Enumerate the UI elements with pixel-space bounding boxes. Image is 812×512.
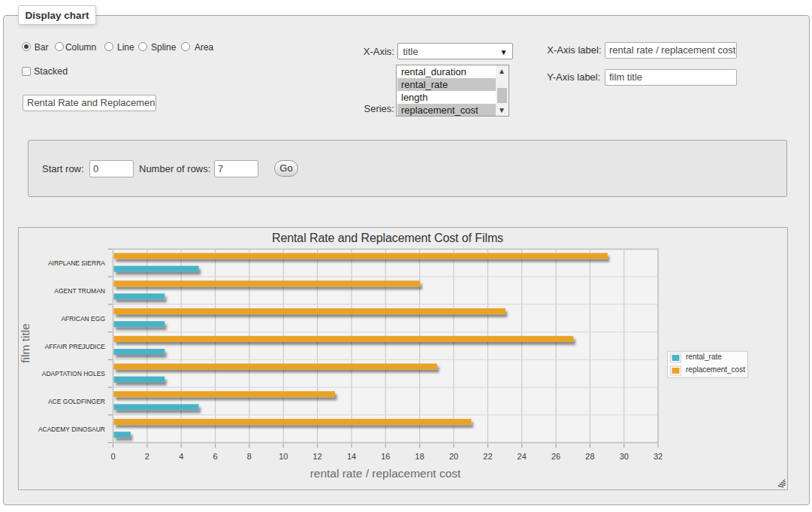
svg-text:AFFAIR PREJUDICE: AFFAIR PREJUDICE	[45, 343, 106, 350]
svg-text:28: 28	[585, 452, 594, 461]
svg-text:10: 10	[279, 452, 288, 461]
svg-text:26: 26	[551, 452, 560, 461]
svg-text:AIRPLANE SIERRA: AIRPLANE SIERRA	[48, 259, 105, 267]
svg-text:20: 20	[449, 452, 458, 461]
svg-text:ACADEMY DINOSAUR: ACADEMY DINOSAUR	[38, 426, 105, 433]
svg-text:14: 14	[347, 452, 356, 461]
svg-text:replacement_cost: replacement_cost	[686, 365, 745, 374]
svg-text:18: 18	[415, 452, 424, 461]
svg-text:16: 16	[381, 452, 390, 461]
svg-text:6: 6	[213, 452, 218, 461]
svg-text:2: 2	[145, 452, 149, 461]
svg-text:ADAPTATION HOLES: ADAPTATION HOLES	[42, 370, 106, 377]
svg-text:4: 4	[179, 452, 183, 461]
svg-text:30: 30	[620, 452, 629, 461]
svg-text:8: 8	[247, 452, 252, 461]
svg-text:film title: film title	[19, 323, 32, 363]
svg-text:22: 22	[483, 452, 492, 461]
svg-text:ACE GOLDFINGER: ACE GOLDFINGER	[48, 398, 105, 405]
svg-text:24: 24	[518, 452, 527, 461]
svg-text:32: 32	[654, 452, 663, 461]
svg-text:Rental Rate and Replacement Co: Rental Rate and Replacement Cost of Film…	[272, 232, 503, 244]
svg-text:AFRICAN EGG: AFRICAN EGG	[61, 315, 105, 323]
svg-text:0: 0	[110, 452, 115, 461]
svg-text:rental rate / replacement cost: rental rate / replacement cost	[310, 467, 461, 480]
svg-text:AGENT TRUMAN: AGENT TRUMAN	[54, 287, 105, 295]
svg-text:rental_rate: rental_rate	[686, 353, 722, 361]
svg-text:12: 12	[312, 452, 321, 461]
